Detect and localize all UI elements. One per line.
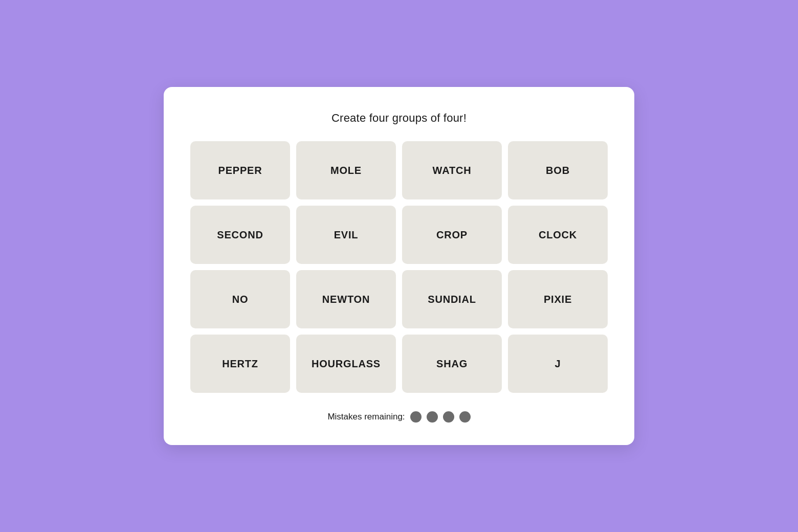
- mistakes-label: Mistakes remaining:: [327, 412, 405, 422]
- tile-label-shag: SHAG: [436, 358, 468, 370]
- tile-pixie[interactable]: PIXIE: [508, 270, 608, 328]
- tile-shag[interactable]: SHAG: [402, 335, 502, 393]
- tile-label-bob: BOB: [546, 165, 570, 176]
- tile-hertz[interactable]: HERTZ: [190, 335, 290, 393]
- tile-newton[interactable]: NEWTON: [296, 270, 396, 328]
- tile-label-clock: CLOCK: [539, 229, 577, 241]
- mistake-dot-2: [427, 411, 438, 423]
- tile-label-hertz: HERTZ: [222, 358, 258, 370]
- tile-label-no: NO: [232, 294, 249, 305]
- mistakes-row: Mistakes remaining:: [190, 411, 608, 423]
- tile-watch[interactable]: WATCH: [402, 141, 502, 199]
- tile-pepper[interactable]: PEPPER: [190, 141, 290, 199]
- tile-bob[interactable]: BOB: [508, 141, 608, 199]
- tile-label-watch: WATCH: [433, 165, 472, 176]
- tile-clock[interactable]: CLOCK: [508, 206, 608, 264]
- tile-label-j: J: [555, 358, 561, 370]
- tile-hourglass[interactable]: HOURGLASS: [296, 335, 396, 393]
- mistake-dot-3: [443, 411, 454, 423]
- tile-label-crop: CROP: [436, 229, 468, 241]
- mistake-dot-1: [410, 411, 422, 423]
- tile-j[interactable]: J: [508, 335, 608, 393]
- mistake-dot-4: [459, 411, 471, 423]
- tile-label-mole: MOLE: [330, 165, 362, 176]
- game-title: Create four groups of four!: [190, 112, 608, 125]
- tile-crop[interactable]: CROP: [402, 206, 502, 264]
- tile-second[interactable]: SECOND: [190, 206, 290, 264]
- tile-label-pepper: PEPPER: [218, 165, 262, 176]
- tile-label-second: SECOND: [217, 229, 263, 241]
- tile-sundial[interactable]: SUNDIAL: [402, 270, 502, 328]
- tile-label-evil: EVIL: [334, 229, 359, 241]
- game-container: Create four groups of four! PEPPERMOLEWA…: [164, 87, 634, 445]
- word-grid: PEPPERMOLEWATCHBOBSECONDEVILCROPCLOCKNON…: [190, 141, 608, 393]
- tile-mole[interactable]: MOLE: [296, 141, 396, 199]
- tile-no[interactable]: NO: [190, 270, 290, 328]
- tile-label-pixie: PIXIE: [544, 294, 572, 305]
- tile-label-sundial: SUNDIAL: [428, 294, 476, 305]
- tile-evil[interactable]: EVIL: [296, 206, 396, 264]
- tile-label-newton: NEWTON: [322, 294, 370, 305]
- tile-label-hourglass: HOURGLASS: [312, 358, 381, 370]
